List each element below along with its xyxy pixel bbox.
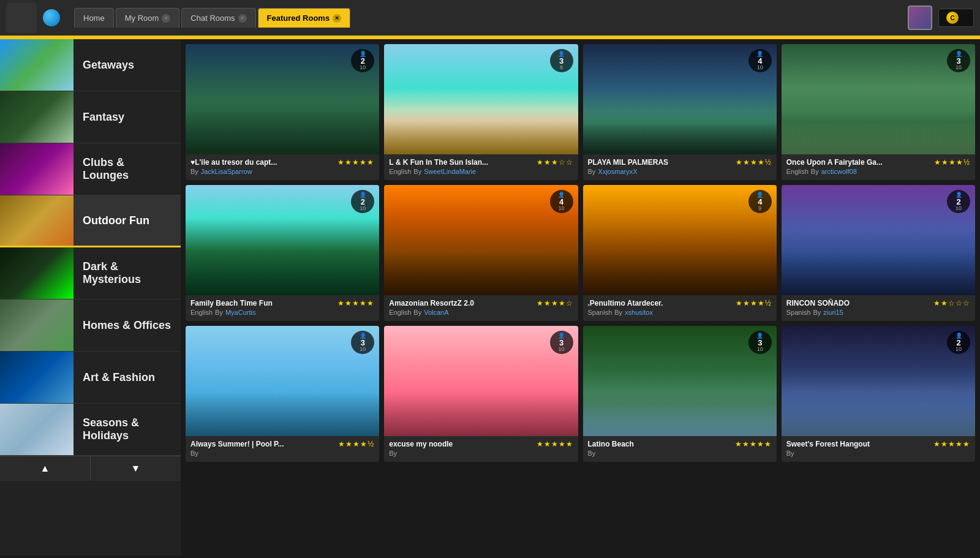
- tab-myroom-close[interactable]: ×: [162, 14, 170, 23]
- room-name-row-3: Once Upon A Fairytale Ga...★★★★½: [786, 158, 970, 167]
- sidebar-label-art: Art & Fashion: [74, 371, 181, 384]
- room-stars-10: ★★★★★: [735, 440, 772, 448]
- room-creator-1[interactable]: SweetLindaMarie: [424, 168, 476, 175]
- sidebar-nav-up[interactable]: ▲: [0, 456, 91, 481]
- room-card-7[interactable]: 👤210RINCON SOÑADO★★☆☆☆SpanishByziuri15: [782, 185, 975, 321]
- room-by-2: By: [588, 168, 596, 175]
- sidebar-label-homes: Homes & Offices: [74, 319, 181, 332]
- room-stars-11: ★★★★★: [933, 440, 970, 448]
- room-stars-1: ★★★☆☆: [537, 158, 573, 167]
- tab-chatrooms-close[interactable]: ×: [238, 14, 247, 23]
- globe-icon: [43, 9, 60, 26]
- room-card-3[interactable]: 👤310Once Upon A Fairytale Ga...★★★★½Engl…: [782, 44, 975, 180]
- room-card-9[interactable]: 👤310excuse my noodle★★★★★By: [384, 326, 578, 462]
- sidebar-item-fantasy[interactable]: Fantasy: [0, 91, 181, 143]
- tab-featuredrooms-close[interactable]: ×: [333, 14, 341, 23]
- content-area: 👤210♥L'ile au tresor du capt...★★★★★ByJa…: [181, 39, 980, 556]
- tab-chatrooms-label: Chat Rooms: [190, 13, 235, 23]
- room-card-8[interactable]: 👤310Always Summer! | Pool P...★★★★½By: [186, 326, 379, 462]
- sidebar-item-clubs[interactable]: Clubs & Lounges: [0, 143, 181, 195]
- room-name-3: Once Upon A Fairytale Ga...: [786, 158, 883, 167]
- room-by-11: By: [786, 450, 794, 457]
- sidebar-thumb-fantasy: [0, 91, 74, 143]
- room-occupancy-7: 👤210: [947, 190, 970, 213]
- room-occupancy-10: 👤310: [748, 331, 772, 354]
- sidebar-label-fantasy: Fantasy: [74, 111, 181, 124]
- room-meta-0: ByJackLisaSparrow: [190, 168, 374, 175]
- occ-total: 10: [360, 206, 366, 211]
- room-thumb-8: 👤310: [186, 326, 379, 436]
- room-meta-4: EnglishByMyaCurtis: [190, 309, 374, 316]
- sidebar-item-art[interactable]: Art & Fashion: [0, 352, 181, 404]
- sidebar-item-dark[interactable]: Dark & Mysterious: [0, 247, 181, 300]
- room-by-1: By: [413, 168, 421, 175]
- room-info-6: .Penultimo Atardecer.★★★★½SpanishByxshus…: [583, 295, 777, 321]
- online-status: [43, 9, 65, 26]
- tab-home[interactable]: Home: [74, 8, 114, 28]
- room-by-5: By: [413, 309, 421, 316]
- room-card-6[interactable]: 👤49.Penultimo Atardecer.★★★★½SpanishByxs…: [583, 185, 777, 321]
- rooms-grid: 👤210♥L'ile au tresor du capt...★★★★★ByJa…: [186, 44, 975, 462]
- occ-total: 10: [956, 65, 962, 70]
- room-card-10[interactable]: 👤310Latino Beach★★★★★By: [583, 326, 777, 462]
- room-occupancy-5: 👤410: [550, 190, 573, 213]
- sidebar-item-homes[interactable]: Homes & Offices: [0, 300, 181, 352]
- tab-featuredrooms-label: Featured Rooms: [267, 13, 330, 23]
- room-thumb-10: 👤310: [583, 326, 777, 436]
- room-creator-3[interactable]: arcticwolf08: [821, 168, 857, 175]
- room-lang-5: English: [389, 309, 411, 316]
- tab-featuredrooms[interactable]: Featured Rooms ×: [258, 8, 351, 28]
- room-thumb-3: 👤310: [782, 44, 975, 154]
- sidebar-nav-down[interactable]: ▼: [91, 456, 181, 481]
- occ-total: 10: [956, 347, 962, 352]
- room-creator-5[interactable]: VolcanA: [424, 309, 448, 316]
- room-name-row-5: Amazonian ResortzZ 2.0★★★★☆: [389, 299, 573, 307]
- sidebar-thumb-dark: [0, 247, 74, 300]
- room-card-11[interactable]: 👤210Sweet's Forest Hangout★★★★★By: [782, 326, 975, 462]
- room-info-3: Once Upon A Fairytale Ga...★★★★½EnglishB…: [782, 154, 975, 180]
- credits-area: C: [938, 9, 974, 27]
- sidebar-item-seasons[interactable]: Seasons & Holidays: [0, 404, 181, 456]
- room-occupancy-6: 👤49: [748, 190, 772, 213]
- room-card-0[interactable]: 👤210♥L'ile au tresor du capt...★★★★★ByJa…: [186, 44, 379, 180]
- room-thumb-7: 👤210: [782, 185, 975, 295]
- room-name-row-2: PLAYA MIL PALMERAS★★★★½: [588, 158, 772, 167]
- room-card-4[interactable]: 👤210Family Beach Time Fun★★★★★EnglishByM…: [186, 185, 379, 321]
- room-occupancy-9: 👤310: [550, 331, 573, 354]
- room-lang-4: English: [190, 309, 213, 316]
- sidebar-item-outdoor[interactable]: Outdoor Fun: [0, 195, 181, 247]
- sidebar-thumb-seasons: [0, 404, 74, 456]
- room-lang-3: English: [786, 168, 809, 175]
- sidebar-label-seasons: Seasons & Holidays: [74, 417, 181, 442]
- room-card-2[interactable]: 👤410PLAYA MIL PALMERAS★★★★½ByXxjosmaryxX: [583, 44, 777, 180]
- room-creator-2[interactable]: XxjosmaryxX: [598, 168, 637, 175]
- main-layout: Getaways Fantasy Clubs & Lounges Outdoor…: [0, 39, 980, 556]
- room-by-7: By: [813, 309, 821, 316]
- room-occupancy-1: 👤38: [550, 49, 573, 72]
- room-name-7: RINCON SOÑADO: [786, 299, 850, 307]
- room-creator-0[interactable]: JackLisaSparrow: [201, 168, 252, 175]
- room-stars-8: ★★★★½: [338, 440, 374, 448]
- room-stars-5: ★★★★☆: [537, 299, 573, 307]
- room-name-row-6: .Penultimo Atardecer.★★★★½: [588, 299, 772, 307]
- room-card-5[interactable]: 👤410Amazonian ResortzZ 2.0★★★★☆EnglishBy…: [384, 185, 578, 321]
- tab-home-label: Home: [83, 13, 105, 23]
- room-lang-6: Spanish: [588, 309, 612, 316]
- avatar[interactable]: [908, 6, 932, 30]
- sidebar-item-getaways[interactable]: Getaways: [0, 39, 181, 91]
- room-info-11: Sweet's Forest Hangout★★★★★By: [782, 436, 975, 462]
- topbar: Home My Room × Chat Rooms × Featured Roo…: [0, 0, 980, 37]
- room-creator-7[interactable]: ziuri15: [823, 309, 843, 316]
- tab-myroom[interactable]: My Room ×: [116, 8, 180, 28]
- room-creator-6[interactable]: xshusitox: [625, 309, 653, 316]
- sidebar: Getaways Fantasy Clubs & Lounges Outdoor…: [0, 39, 181, 556]
- room-by-4: By: [215, 309, 223, 316]
- occ-total: 10: [558, 347, 564, 352]
- room-name-2: PLAYA MIL PALMERAS: [588, 158, 669, 167]
- room-creator-4[interactable]: MyaCurtis: [225, 309, 256, 316]
- room-name-5: Amazonian ResortzZ 2.0: [389, 299, 474, 307]
- room-card-1[interactable]: 👤38L & K Fun In The Sun Islan...★★★☆☆Eng…: [384, 44, 578, 180]
- sidebar-thumb-getaways: [0, 39, 74, 91]
- tab-chatrooms[interactable]: Chat Rooms ×: [181, 8, 255, 28]
- room-name-row-9: excuse my noodle★★★★★: [389, 440, 573, 448]
